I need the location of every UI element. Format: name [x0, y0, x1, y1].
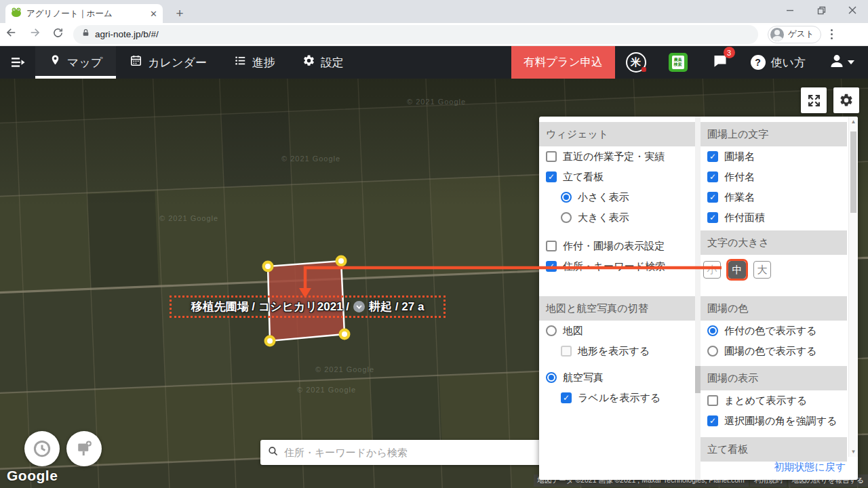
- widget-column: ウィジェット 直近の作業予定・実績 立て看板 小さく表示 大きく表示 作付・圃場…: [539, 117, 695, 408]
- radio[interactable]: [546, 372, 557, 383]
- add-signboard-button[interactable]: [66, 431, 102, 466]
- option-recent-work[interactable]: 直近の作業予定・実績: [539, 146, 695, 167]
- checkbox[interactable]: [561, 392, 572, 403]
- search-input[interactable]: [284, 447, 538, 458]
- option-aerial-view[interactable]: 航空写真: [539, 367, 695, 388]
- map-settings-button[interactable]: [833, 87, 859, 113]
- favicon-frog-icon: [11, 7, 22, 20]
- section-header-field-color: 圃場の色: [701, 296, 847, 321]
- tab-title: アグリノート｜ホーム: [26, 8, 145, 20]
- checkbox[interactable]: [707, 151, 718, 162]
- option-crop-area[interactable]: 作付面積: [701, 207, 847, 228]
- browser-tabstrip: アグリノート｜ホーム ✕ +: [0, 0, 868, 23]
- text-size-medium-button[interactable]: 中: [728, 261, 746, 279]
- checkbox[interactable]: [707, 415, 718, 426]
- radio[interactable]: [561, 212, 572, 223]
- option-highlight-corners[interactable]: 選択圃場の角を強調する: [701, 411, 847, 431]
- browser-tab[interactable]: アグリノート｜ホーム ✕: [5, 4, 163, 23]
- sidebar-expand-icon[interactable]: [0, 46, 35, 79]
- tab-calendar-label: カレンダー: [148, 55, 207, 70]
- back-icon[interactable]: [0, 26, 23, 42]
- browser-menu-icon[interactable]: [821, 29, 842, 39]
- radio[interactable]: [561, 192, 572, 203]
- checkbox[interactable]: [707, 171, 718, 182]
- profile-chip[interactable]: ゲスト: [768, 26, 821, 43]
- left-column-scrollbar[interactable]: [695, 117, 701, 480]
- option-display-large[interactable]: 大きく表示: [539, 207, 695, 228]
- search-icon: [267, 445, 279, 460]
- google-watermark: © 2021 Google: [281, 155, 340, 163]
- option-crop-field-display[interactable]: 作付・圃場の表示設定: [539, 236, 695, 256]
- checkbox[interactable]: [546, 171, 557, 182]
- checkbox[interactable]: [707, 395, 718, 406]
- rice-icon: 米: [631, 56, 641, 69]
- map-settings-panel: ウィジェット 直近の作業予定・実績 立て看板 小さく表示 大きく表示 作付・圃場…: [539, 117, 858, 480]
- scrollbar-thumb[interactable]: [695, 366, 701, 393]
- tab-close-icon[interactable]: ✕: [150, 9, 157, 18]
- person-icon: [829, 53, 845, 72]
- checkbox[interactable]: [707, 212, 718, 223]
- tab-settings[interactable]: 設定: [289, 46, 357, 79]
- text-size-large-button[interactable]: 大: [753, 261, 771, 279]
- option-map-view[interactable]: 地図: [539, 321, 695, 341]
- tab-calendar[interactable]: カレンダー: [116, 46, 220, 79]
- scroll-up-icon[interactable]: ▲: [849, 119, 858, 125]
- option-display-small[interactable]: 小さく表示: [539, 187, 695, 207]
- option-color-by-crop[interactable]: 作付の色で表示する: [701, 321, 847, 341]
- checkbox[interactable]: [707, 192, 718, 203]
- option-display-grouped[interactable]: まとめて表示する: [701, 390, 847, 411]
- notification-dot: [642, 67, 646, 72]
- scroll-down-icon[interactable]: ▼: [849, 449, 858, 455]
- option-address-search[interactable]: 住所・キーワード検索: [539, 256, 695, 277]
- text-size-small-button[interactable]: 小: [703, 261, 721, 279]
- account-menu-button[interactable]: [815, 46, 868, 79]
- profile-name: ゲスト: [788, 28, 814, 40]
- tab-map[interactable]: マップ: [35, 46, 116, 79]
- option-show-labels[interactable]: ラベルを表示する: [539, 388, 695, 408]
- browser-addressbar: agri-note.jp/b/#/ ゲスト: [0, 23, 868, 46]
- option-field-name[interactable]: 圃場名: [701, 146, 847, 167]
- field-text-column: 圃場上の文字 圃場名 作付名 作業名 作付面積 文字の大きさ 小 中 大: [701, 117, 847, 462]
- messages-button[interactable]: 3: [699, 46, 741, 79]
- help-button[interactable]: ? 使い方: [741, 46, 815, 79]
- section-header-widget: ウィジェット: [539, 122, 695, 146]
- option-color-by-field[interactable]: 圃場の色で表示する: [701, 341, 847, 361]
- option-terrain[interactable]: 地形を表示する: [539, 341, 695, 361]
- field-label[interactable]: 移植先圃場 / コシヒカリ2021 / 耕起 / 27 a: [191, 299, 425, 314]
- tab-settings-label: 設定: [321, 55, 344, 70]
- fullscreen-button[interactable]: [801, 87, 827, 113]
- new-tab-button[interactable]: +: [171, 5, 189, 22]
- google-logo: Google: [7, 468, 58, 484]
- radio[interactable]: [546, 325, 557, 336]
- panel-scrollbar[interactable]: ▲ ▼: [848, 117, 858, 457]
- tab-progress-label: 進捗: [252, 55, 275, 70]
- url-bar[interactable]: agri-note.jp/b/#/: [73, 25, 758, 44]
- checkbox[interactable]: [546, 261, 557, 272]
- radio[interactable]: [707, 346, 718, 357]
- reset-defaults-link[interactable]: 初期状態に戻す: [774, 461, 846, 474]
- tab-progress[interactable]: 進捗: [220, 46, 289, 79]
- scrollbar-thumb[interactable]: [850, 131, 856, 213]
- progress-list-icon: [234, 54, 247, 70]
- close-window-icon[interactable]: [837, 0, 868, 20]
- map-search-bar[interactable]: [260, 440, 545, 465]
- radio[interactable]: [707, 325, 718, 336]
- option-crop-name[interactable]: 作付名: [701, 167, 847, 187]
- message-count-badge: 3: [724, 47, 735, 58]
- pesticide-search-button[interactable]: 農薬検索: [657, 46, 699, 79]
- option-work-name[interactable]: 作業名: [701, 187, 847, 207]
- reload-icon[interactable]: [46, 27, 69, 42]
- checkbox[interactable]: [561, 346, 572, 357]
- google-watermark: © 2021 Google: [159, 214, 218, 222]
- checkbox[interactable]: [546, 151, 557, 162]
- forward-icon[interactable]: [23, 26, 46, 42]
- upgrade-plan-button[interactable]: 有料プラン申込: [511, 46, 615, 79]
- restore-icon[interactable]: [806, 0, 837, 20]
- option-signboard[interactable]: 立て看板: [539, 167, 695, 187]
- minimize-icon[interactable]: [774, 0, 806, 20]
- lock-icon: [81, 28, 90, 41]
- history-clock-button[interactable]: [24, 431, 60, 466]
- calendar-icon: [130, 54, 142, 70]
- rice-service-button[interactable]: 米: [615, 46, 657, 79]
- checkbox[interactable]: [546, 241, 557, 251]
